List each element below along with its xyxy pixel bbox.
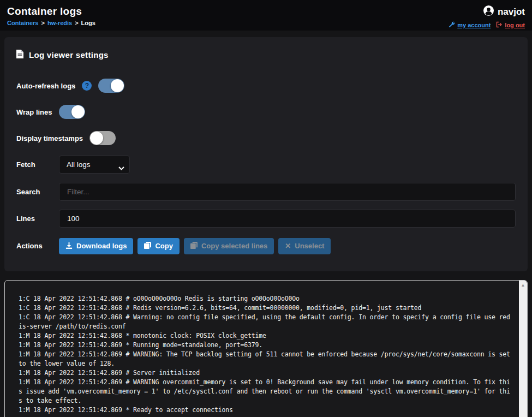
toggle-knob: [90, 132, 103, 145]
fetch-select[interactable]: All logs: [59, 156, 130, 174]
log-scrollbar[interactable]: ▲: [519, 281, 527, 417]
breadcrumb-link-hw-redis[interactable]: hw-redis: [47, 20, 72, 26]
actions-label: Actions: [16, 242, 59, 250]
auto-refresh-row: Auto-refresh logs ?: [16, 79, 516, 93]
wrap-lines-label: Wrap lines: [16, 108, 52, 116]
my-account-link[interactable]: my account: [449, 21, 491, 29]
log-viewer-settings-card: Log viewer settings Auto-refresh logs ? …: [4, 37, 528, 271]
lines-label: Lines: [16, 215, 59, 223]
user-menu[interactable]: navjot: [449, 5, 525, 19]
breadcrumb-current-logs: Logs: [81, 20, 95, 26]
auto-refresh-label: Auto-refresh logs: [16, 82, 75, 90]
breadcrumb-separator: >: [41, 20, 44, 26]
lines-input[interactable]: [59, 210, 516, 228]
settings-heading: Log viewer settings: [16, 49, 516, 60]
log-out-link[interactable]: log out: [496, 21, 525, 29]
toggle-knob: [71, 105, 85, 118]
wrench-icon: [449, 21, 455, 29]
container-logs-page: Container logs Containers > hw-redis > L…: [0, 0, 532, 417]
user-name: navjot: [498, 7, 525, 17]
auto-refresh-toggle[interactable]: [98, 79, 124, 93]
copy-button[interactable]: Copy: [138, 238, 180, 254]
actions-row: Actions Download logs Copy Copy selected…: [16, 237, 516, 255]
search-input[interactable]: [59, 183, 516, 201]
display-timestamps-row: Display timestamps: [16, 131, 516, 145]
fetch-row: Fetch All logs: [16, 156, 516, 174]
copy-selected-lines-button[interactable]: Copy selected lines: [184, 238, 274, 254]
breadcrumb-link-containers[interactable]: Containers: [7, 20, 38, 26]
log-output[interactable]: 1:C 18 Apr 2022 12:51:42.868 # oO0OoO0Oo…: [5, 281, 519, 417]
sign-out-icon: [496, 21, 503, 29]
action-buttons: Download logs Copy Copy selected lines ✕…: [59, 238, 331, 254]
page-title: Container logs: [7, 5, 95, 17]
breadcrumb: Containers > hw-redis > Logs: [7, 20, 95, 26]
x-icon: ✕: [285, 242, 291, 250]
search-label: Search: [16, 188, 59, 196]
search-row: Search: [16, 183, 516, 201]
copy-icon: [144, 242, 151, 251]
user-icon: [483, 5, 494, 19]
scroll-up-arrow-icon[interactable]: ▲: [519, 281, 527, 288]
lines-row: Lines: [16, 210, 516, 228]
header-right: navjot my account log out: [449, 5, 525, 29]
file-icon: [16, 50, 23, 60]
help-icon[interactable]: ?: [82, 81, 92, 91]
display-timestamps-label: Display timestamps: [16, 134, 83, 142]
wrap-lines-row: Wrap lines: [16, 105, 516, 119]
download-icon: [65, 242, 73, 251]
fetch-label: Fetch: [16, 160, 59, 169]
header-links: my account log out: [449, 21, 525, 29]
copy-icon: [190, 242, 198, 251]
header-left: Container logs Containers > hw-redis > L…: [7, 5, 95, 26]
unselect-button[interactable]: ✕Unselect: [278, 238, 331, 254]
header: Container logs Containers > hw-redis > L…: [0, 0, 532, 31]
breadcrumb-separator: >: [75, 20, 78, 26]
display-timestamps-toggle[interactable]: [89, 131, 116, 145]
toggle-knob: [111, 79, 124, 92]
fetch-select-wrap: All logs: [59, 156, 130, 174]
log-output-panel: 1:C 18 Apr 2022 12:51:42.868 # oO0OoO0Oo…: [4, 280, 528, 417]
download-logs-button[interactable]: Download logs: [59, 238, 133, 254]
wrap-lines-toggle[interactable]: [59, 105, 85, 119]
